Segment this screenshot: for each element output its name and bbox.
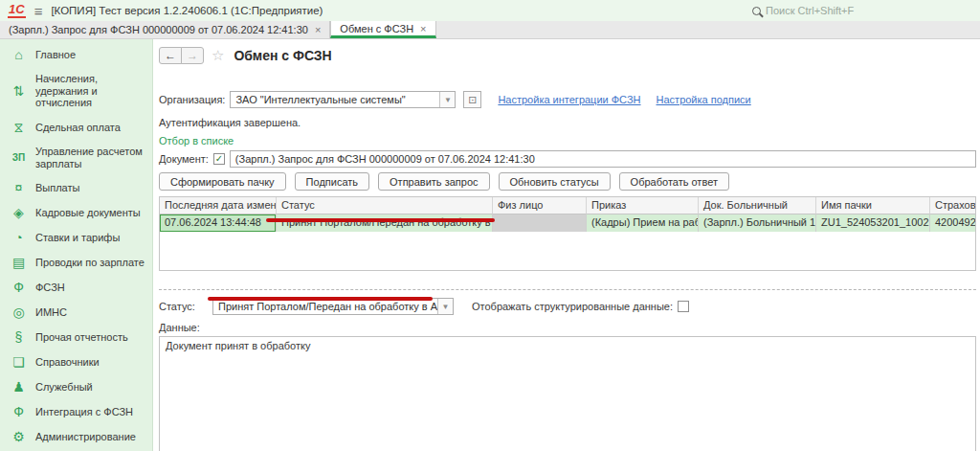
data-textarea[interactable]: Документ принят в обработку xyxy=(159,336,976,451)
close-icon[interactable]: × xyxy=(420,23,426,34)
fszn-icon: Ф xyxy=(11,281,27,294)
main-panel: ← → ☆ Обмен с ФСЗН Организация: ЗАО "Инт… xyxy=(154,39,980,451)
sidebar-item-prochaya-otchetnost[interactable]: § Прочая отчетность xyxy=(0,325,152,350)
1c-logo-icon: 1С xyxy=(8,3,26,18)
sign-button[interactable]: Подписать xyxy=(295,172,369,191)
sidebar-item-label: Ставки и тарифы xyxy=(35,232,120,244)
send-request-button[interactable]: Отправить запрос xyxy=(378,172,489,191)
gear-icon: ⚙ xyxy=(11,430,27,443)
sidebar-item-label: ФСЗН xyxy=(35,282,65,294)
cell-insurance[interactable]: 4200492... xyxy=(930,214,975,232)
cell-last-modified[interactable]: 07.06.2024 13:44:48 xyxy=(160,214,277,232)
window-title: [КОПИЯ] Тест версия 1.2.240606.1 (1С:Пре… xyxy=(51,5,323,16)
sidebar-item-label: Администрирование xyxy=(35,431,136,443)
table-row: 07.06.2024 13:44:48 Принят Порталом/Пере… xyxy=(160,214,975,232)
clock-icon: ◔ xyxy=(11,231,27,244)
sidebar-item-vyplaty[interactable]: ¤ Выплаты xyxy=(0,175,152,200)
column-header-insurance[interactable]: Страхово... xyxy=(930,197,975,214)
document-row: Документ: ✓ (Зарпл.) Запрос для ФСЗН 000… xyxy=(159,150,976,168)
annotation-underline-status-field xyxy=(208,297,433,301)
sidebar-item-integraciya-fszn[interactable]: Ф Интеграция с ФСЗН xyxy=(0,399,152,424)
exchange-table: Последняя дата изменения Статус Физ лицо… xyxy=(159,196,976,271)
open-button[interactable]: ⊡ xyxy=(463,91,481,108)
sidebar-item-nachisleniya[interactable]: ⇅ Начисления, удержания и отчисления xyxy=(0,67,152,115)
column-header-order[interactable]: Приказ xyxy=(587,197,699,214)
sidebar-item-sluzhebnyi[interactable]: ♟ Служебный xyxy=(0,374,152,399)
title-bar: 1С ≡ [КОПИЯ] Тест версия 1.2.240606.1 (1… xyxy=(0,0,980,21)
payroll-icon: ЗП xyxy=(11,153,27,163)
sidebar-item-label: Сдельная оплата xyxy=(35,122,121,134)
link-integration-settings[interactable]: Настройка интеграции ФСЗН xyxy=(498,94,640,105)
sidebar-item-provodki[interactable]: ▤ Проводки по зарплате xyxy=(0,250,152,275)
chevron-down-icon[interactable]: ▼ xyxy=(439,92,455,107)
sidebar-item-glavnoe[interactable]: ⌂ Главное xyxy=(0,42,152,67)
table-header-row: Последняя дата изменения Статус Физ лицо… xyxy=(160,197,975,214)
column-header-pack-name[interactable]: Имя пачки xyxy=(816,197,930,214)
sidebar-item-label: Служебный xyxy=(35,381,93,394)
card-icon: ▤ xyxy=(11,256,27,269)
sidebar-item-administrirovanie[interactable]: ⚙ Администрирование xyxy=(0,424,152,449)
person-icon: ♟ xyxy=(11,380,27,394)
history-nav: ← → xyxy=(159,47,204,64)
tab-obmen-fszn[interactable]: Обмен с ФСЗН × xyxy=(330,21,435,38)
auth-status-text: Аутентификация завершена. xyxy=(159,117,976,128)
sidebar-item-fszn[interactable]: Ф ФСЗН xyxy=(0,275,152,300)
status-value: Принят Порталом/Передан на обработку в А… xyxy=(213,301,437,312)
cell-status[interactable]: Принят Порталом/Передан на обработку в А… xyxy=(277,214,493,232)
sidebar-item-label: Прочая отчетность xyxy=(35,331,128,344)
paperclip-icon: § xyxy=(11,330,27,344)
favorite-star-icon[interactable]: ☆ xyxy=(212,47,224,64)
column-header-last-modified[interactable]: Последняя дата изменения xyxy=(160,197,277,214)
sidebar-item-spravochniki[interactable]: ❏ Справочники xyxy=(0,350,152,374)
data-label: Данные: xyxy=(159,322,976,333)
tab-zapros-fszn[interactable]: (Зарпл.) Запрос для ФСЗН 000000009 от 07… xyxy=(0,21,330,38)
close-icon[interactable]: × xyxy=(315,24,321,35)
tab-label: Обмен с ФСЗН xyxy=(340,23,413,34)
sidebar-item-kadrovye-dokumenty[interactable]: ◈ Кадровые документы xyxy=(0,200,152,225)
cell-order[interactable]: (Кадры) Прием на работу ... xyxy=(587,214,699,232)
process-response-button[interactable]: Обработать ответ xyxy=(619,172,729,191)
chevron-down-icon[interactable]: ▼ xyxy=(437,299,453,314)
settings-links: Настройка интеграции ФСЗН Настройка подп… xyxy=(498,94,750,105)
sidebar-item-upravlenie-raschetom[interactable]: ЗП Управление расчетом зарплаты xyxy=(0,140,152,175)
refresh-statuses-button[interactable]: Обновить статусы xyxy=(499,172,611,191)
forward-button[interactable]: → xyxy=(181,47,204,64)
form-pack-button[interactable]: Сформировать пачку xyxy=(159,172,286,191)
target-icon: ◎ xyxy=(11,305,27,319)
organization-label: Организация: xyxy=(159,94,225,105)
sidebar-item-stavki-tarify[interactable]: ◔ Ставки и тарифы xyxy=(0,225,152,250)
structured-data-checkbox[interactable] xyxy=(678,301,689,312)
document-label: Документ: xyxy=(159,153,209,165)
sidebar-item-label: ИМНС xyxy=(35,306,67,319)
accruals-icon: ⇅ xyxy=(11,84,27,98)
organization-combobox[interactable]: ЗАО "Интеллектуальные системы" ▼ xyxy=(230,91,456,108)
data-value: Документ принят в обработку xyxy=(166,340,310,351)
global-search-input[interactable]: Поиск Ctrl+Shift+F xyxy=(752,5,972,16)
form-header: ← → ☆ Обмен с ФСЗН xyxy=(159,39,976,68)
back-button[interactable]: ← xyxy=(159,47,182,64)
sidebar-item-sdelnaya-oplata[interactable]: ⧖ Сдельная оплата xyxy=(0,115,152,140)
sidebar-item-imns[interactable]: ◎ ИМНС xyxy=(0,300,152,325)
sidebar-item-label: Главное xyxy=(35,49,76,61)
column-header-status[interactable]: Статус xyxy=(277,197,493,214)
sidebar-item-label: Кадровые документы xyxy=(35,207,141,219)
tab-label: (Зарпл.) Запрос для ФСЗН 000000009 от 07… xyxy=(9,24,308,35)
document-checkbox[interactable]: ✓ xyxy=(213,153,225,165)
table-empty-area xyxy=(160,232,975,270)
link-signature-settings[interactable]: Настройка подписи xyxy=(657,94,751,105)
hourglass-icon: ⧖ xyxy=(11,121,27,134)
cell-person[interactable] xyxy=(493,214,587,232)
filter-group-header[interactable]: Отбор в списке xyxy=(159,135,976,147)
document-input[interactable]: (Зарпл.) Запрос для ФСЗН 000000009 от 07… xyxy=(230,150,976,168)
cell-sick-doc[interactable]: (Зарпл.) Больничный 10 от ... xyxy=(699,214,816,232)
column-header-sick-doc[interactable]: Док. Больничный xyxy=(699,197,816,214)
document-value: (Зарпл.) Запрос для ФСЗН 000000009 от 07… xyxy=(231,153,975,165)
column-header-person[interactable]: Физ лицо xyxy=(493,197,587,214)
sidebar-item-label: Интеграция с ФСЗН xyxy=(35,406,133,418)
cell-pack-name[interactable]: ZU1_524053201_1002114... xyxy=(816,214,930,232)
splitter-handle[interactable] xyxy=(159,289,976,290)
sidebar-item-label: Справочники xyxy=(35,356,100,369)
sidebar-item-label: Выплаты xyxy=(35,182,79,194)
search-icon xyxy=(752,7,761,15)
main-menu-icon[interactable]: ≡ xyxy=(34,4,43,18)
